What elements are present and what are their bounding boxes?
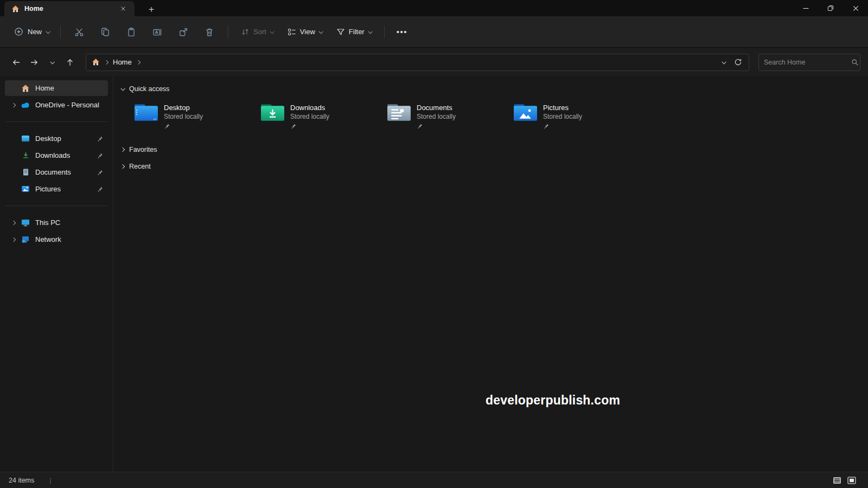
breadcrumb-home[interactable]: Home xyxy=(113,58,132,66)
pin-icon xyxy=(97,186,103,192)
plus-circle-icon xyxy=(14,27,23,36)
sort-arrows-icon xyxy=(241,28,250,36)
recent-locations-button[interactable] xyxy=(43,54,60,70)
sidebar-item-label: Documents xyxy=(35,168,71,176)
copy-button[interactable] xyxy=(94,22,116,42)
trash-icon xyxy=(205,27,214,37)
filter-button[interactable]: Filter xyxy=(331,23,377,41)
chevron-right-icon xyxy=(120,164,125,169)
sort-label: Sort xyxy=(253,28,266,36)
sort-button[interactable]: Sort xyxy=(235,23,279,41)
chevron-down-icon xyxy=(120,86,125,91)
recent-header[interactable]: Recent xyxy=(120,160,152,172)
sidebar-item-this-pc[interactable]: This PC xyxy=(5,215,108,230)
address-bar[interactable]: Home xyxy=(86,54,749,71)
quick-access-header[interactable]: Quick access xyxy=(120,83,170,95)
this-pc-icon xyxy=(20,219,31,227)
folder-tile-documents[interactable]: Documents Stored locally xyxy=(387,103,513,129)
share-button[interactable] xyxy=(173,22,194,42)
pin-icon xyxy=(290,123,329,129)
sidebar-item-label: Pictures xyxy=(35,185,61,193)
new-button-label: New xyxy=(28,28,42,36)
chevron-down-icon xyxy=(270,29,274,34)
sidebar-item-label: OneDrive - Personal xyxy=(35,101,99,109)
downloads-folder-icon xyxy=(260,103,285,129)
navigation-pane: Home OneDrive - Personal Desktop xyxy=(0,76,113,472)
folder-tile-pictures[interactable]: Pictures Stored locally xyxy=(513,103,640,129)
folder-subtitle: Stored locally xyxy=(543,112,582,121)
address-dropdown-icon[interactable] xyxy=(722,60,726,64)
back-button[interactable] xyxy=(8,54,24,70)
folder-tile-desktop[interactable]: Desktop Stored locally xyxy=(134,103,260,129)
folder-subtitle: Stored locally xyxy=(164,112,203,121)
chevron-right-icon[interactable] xyxy=(8,104,20,107)
chevron-down-icon xyxy=(46,29,50,34)
tab-home[interactable]: Home xyxy=(4,1,135,16)
quick-access-label: Quick access xyxy=(129,85,169,93)
rename-icon xyxy=(152,27,162,37)
minimize-icon[interactable] xyxy=(793,0,818,16)
sidebar-item-label: Downloads xyxy=(35,151,70,159)
close-icon[interactable] xyxy=(843,0,868,16)
sidebar-item-label: This PC xyxy=(35,219,60,227)
chevron-right-icon xyxy=(136,60,140,64)
sidebar-item-desktop[interactable]: Desktop xyxy=(5,131,108,146)
pin-icon xyxy=(97,136,103,142)
paste-button[interactable] xyxy=(120,22,142,42)
watermark-text: developerpublish.com xyxy=(486,393,620,408)
refresh-icon[interactable] xyxy=(734,58,742,66)
network-icon xyxy=(20,235,31,243)
command-toolbar: New xyxy=(0,16,868,48)
cut-button[interactable] xyxy=(68,22,90,42)
home-icon xyxy=(11,5,20,13)
large-icons-view-button[interactable] xyxy=(846,476,857,485)
folder-subtitle: Stored locally xyxy=(417,112,456,121)
documents-icon xyxy=(20,168,31,176)
funnel-icon xyxy=(336,28,345,36)
view-button[interactable]: View xyxy=(282,23,328,41)
new-tab-button[interactable]: ＋ xyxy=(144,2,158,15)
sidebar-item-downloads[interactable]: Downloads xyxy=(5,147,108,163)
breadcrumb: Home xyxy=(92,58,722,66)
pin-icon xyxy=(164,123,203,129)
folder-name: Documents xyxy=(417,104,456,112)
view-label: View xyxy=(300,28,315,36)
folder-name: Desktop xyxy=(164,104,203,112)
downloads-icon xyxy=(20,151,31,159)
toolbar-divider xyxy=(228,25,228,38)
rename-button[interactable] xyxy=(146,22,168,42)
window-controls xyxy=(793,0,868,16)
clipboard-icon xyxy=(126,27,136,37)
folder-name: Downloads xyxy=(290,104,329,112)
search-box[interactable] xyxy=(758,54,860,71)
home-icon xyxy=(20,84,31,93)
see-more-button[interactable]: ••• xyxy=(390,24,414,40)
favorites-label: Favorites xyxy=(129,146,157,153)
sidebar-item-network[interactable]: Network xyxy=(5,232,108,247)
sidebar-item-documents[interactable]: Documents xyxy=(5,164,108,180)
favorites-header[interactable]: Favorites xyxy=(120,144,158,156)
details-view-button[interactable] xyxy=(832,476,843,485)
delete-button[interactable] xyxy=(199,22,220,42)
sidebar-item-home[interactable]: Home xyxy=(5,80,108,96)
new-button[interactable]: New xyxy=(9,23,55,41)
folder-tile-downloads[interactable]: Downloads Stored locally xyxy=(260,103,387,129)
forward-button[interactable] xyxy=(25,54,42,70)
content-pane: Quick access Desktop Stored locally xyxy=(113,76,868,472)
tab-close-icon[interactable] xyxy=(117,3,129,15)
chevron-right-icon xyxy=(104,60,108,64)
sidebar-item-pictures[interactable]: Pictures xyxy=(5,181,108,197)
chevron-down-icon xyxy=(318,29,323,34)
restore-icon[interactable] xyxy=(818,0,843,16)
pin-icon xyxy=(543,123,582,129)
recent-label: Recent xyxy=(129,163,151,170)
toolbar-divider xyxy=(60,25,61,38)
sidebar-item-onedrive[interactable]: OneDrive - Personal xyxy=(5,97,108,113)
chevron-right-icon[interactable] xyxy=(8,238,20,241)
chevron-right-icon[interactable] xyxy=(8,221,20,224)
search-input[interactable] xyxy=(764,59,851,66)
pictures-folder-icon xyxy=(513,103,538,129)
sidebar-item-label: Network xyxy=(35,235,61,243)
view-options-icon xyxy=(288,28,296,36)
up-button[interactable] xyxy=(61,54,78,70)
